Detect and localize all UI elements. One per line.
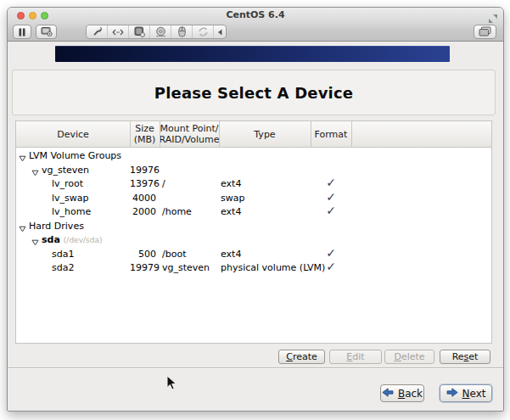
table-row-sda2[interactable]: sda2 19979 vg_steven physical volume (LV…	[16, 260, 491, 275]
back-button[interactable]: Back	[380, 384, 424, 402]
edit-button[interactable]: Edit	[329, 350, 382, 364]
titlebar[interactable]: CentOS 6.4	[8, 8, 503, 42]
window-title: CentOS 6.4	[8, 9, 503, 21]
settings-button[interactable]	[36, 25, 57, 39]
table-row-sda1[interactable]: sda1 500 /boot ext4 ✓	[16, 247, 491, 261]
wrench-icon[interactable]	[87, 25, 107, 38]
format-checkmark: ✓	[311, 246, 351, 260]
mouse-cursor-icon	[166, 375, 177, 395]
page-title: Please Select A Device	[13, 70, 495, 115]
vm-window: CentOS 6.4	[7, 7, 504, 412]
cd-rom-icon[interactable]	[149, 25, 171, 38]
column-header-device[interactable]: Device	[16, 121, 130, 147]
back-arrow-icon	[382, 388, 394, 400]
column-header-format[interactable]: Format	[311, 121, 351, 147]
table-row-lv-swap[interactable]: lv_swap 4000 swap ✓	[16, 191, 491, 205]
header-divider	[130, 121, 131, 147]
network-sync-icon[interactable]	[192, 25, 213, 38]
pause-icon	[18, 24, 26, 40]
format-checkmark: ✓	[311, 176, 351, 190]
device-toolbar	[86, 25, 227, 39]
button-row-divider	[8, 367, 503, 368]
table-row-hard-drives[interactable]: Hard Drives	[16, 219, 491, 233]
table-row-vg-steven[interactable]: vg_steven 19976	[16, 163, 491, 177]
table-row-lv-home[interactable]: lv_home 2000 /home ext4 ✓	[16, 204, 491, 219]
heading-panel: Please Select A Device	[12, 70, 496, 115]
resize-arrows-icon[interactable]	[107, 25, 128, 38]
device-path-label: (/dev/sda)	[64, 233, 103, 248]
create-button[interactable]: Create	[278, 350, 325, 364]
pause-button[interactable]	[13, 25, 31, 39]
installer-banner	[55, 46, 450, 62]
header-divider	[219, 121, 220, 147]
monitor-icon	[479, 24, 491, 40]
display-settings-icon	[41, 24, 53, 40]
next-button[interactable]: Next	[440, 384, 492, 402]
format-checkmark: ✓	[311, 190, 351, 204]
header-divider	[351, 121, 352, 147]
format-checkmark: ✓	[311, 204, 351, 218]
display-button[interactable]	[474, 25, 496, 39]
collapse-left-icon[interactable]	[213, 25, 226, 38]
header-divider	[160, 121, 160, 147]
next-arrow-icon	[446, 388, 458, 400]
header-divider	[311, 121, 311, 147]
delete-button[interactable]: Delete	[384, 350, 434, 364]
format-checkmark: ✓	[311, 260, 351, 274]
desktop: CentOS 6.4	[0, 0, 510, 420]
table-row-lvm-volume-groups[interactable]: LVM Volume Groups	[16, 148, 491, 163]
device-table: Device Size (MB) Mount Point/ RAID/Volum…	[15, 120, 492, 344]
column-header-mount-point[interactable]: Mount Point/ RAID/Volume	[160, 121, 219, 147]
hard-disk-icon[interactable]	[128, 25, 149, 38]
reset-button[interactable]: Reset	[440, 350, 490, 364]
table-header: Device Size (MB) Mount Point/ RAID/Volum…	[16, 121, 491, 148]
table-row-sda[interactable]: sda (/dev/sda)	[16, 232, 491, 247]
column-header-type[interactable]: Type	[219, 121, 311, 147]
installer-screen: Please Select A Device Device Size (MB) …	[8, 42, 503, 411]
table-row-lv-root[interactable]: lv_root 13976 / ext4 ✓	[16, 176, 491, 191]
column-header-size[interactable]: Size (MB)	[130, 121, 160, 147]
mouse-icon[interactable]	[171, 25, 192, 38]
